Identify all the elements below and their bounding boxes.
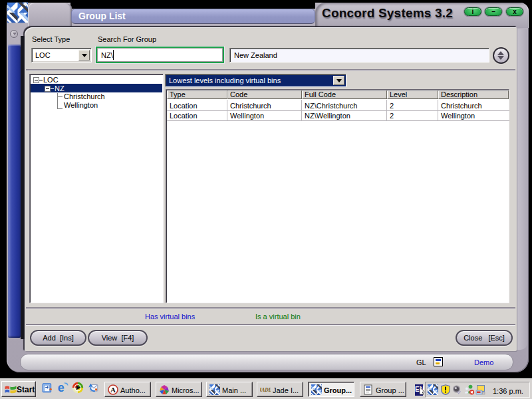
svg-text:e: e: [58, 382, 65, 394]
svg-text:JADE: JADE: [260, 387, 271, 393]
svg-text:A: A: [110, 386, 116, 394]
